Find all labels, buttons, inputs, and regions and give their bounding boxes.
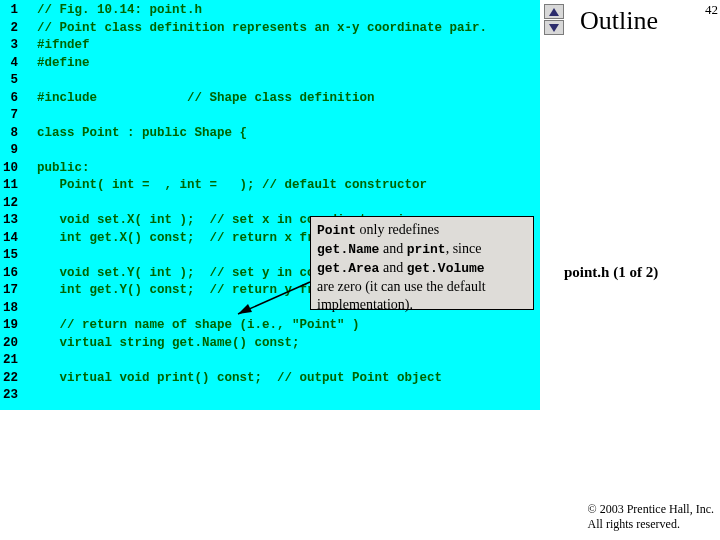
code-line: 11 Point( int = , int = ); // default co… — [0, 177, 540, 195]
code-text — [22, 107, 37, 125]
line-number: 1 — [0, 2, 22, 20]
code-text: #define — [22, 55, 90, 73]
callout-text: get.Volume — [407, 261, 485, 276]
code-text — [22, 300, 37, 318]
line-number: 8 — [0, 125, 22, 143]
line-number: 5 — [0, 72, 22, 90]
line-number: 23 — [0, 387, 22, 405]
code-text: #ifndef — [22, 37, 90, 55]
copyright-line: © 2003 Prentice Hall, Inc. — [588, 502, 714, 516]
code-line: 21 — [0, 352, 540, 370]
line-number: 2 — [0, 20, 22, 38]
line-number: 22 — [0, 370, 22, 388]
sidebar: Outline 42 point.h (1 of 2) © 2003 Prent… — [540, 0, 720, 540]
line-number: 18 — [0, 300, 22, 318]
svg-marker-3 — [549, 24, 559, 32]
code-text: Point( int = , int = ); // default const… — [22, 177, 427, 195]
code-text — [22, 142, 37, 160]
outline-title: Outline — [580, 6, 658, 36]
code-text: public: — [22, 160, 90, 178]
code-text: // Point class definition represents an … — [22, 20, 487, 38]
code-text — [22, 72, 37, 90]
line-number: 15 — [0, 247, 22, 265]
line-number: 12 — [0, 195, 22, 213]
code-panel: 1 // Fig. 10.14: point.h2 // Point class… — [0, 0, 540, 410]
code-line: 10 public: — [0, 160, 540, 178]
code-line: 19 // return name of shape (i.e., "Point… — [0, 317, 540, 335]
code-line: 22 virtual void print() const; // output… — [0, 370, 540, 388]
callout-text: Point — [317, 223, 356, 238]
callout-text: print — [407, 242, 446, 257]
code-line: 2 // Point class definition represents a… — [0, 20, 540, 38]
line-number: 3 — [0, 37, 22, 55]
line-number: 7 — [0, 107, 22, 125]
callout-text: and — [379, 260, 406, 275]
code-text: #include // Shape class definition — [22, 90, 375, 108]
copyright: © 2003 Prentice Hall, Inc. All rights re… — [588, 502, 714, 532]
line-number: 20 — [0, 335, 22, 353]
code-line: 3 #ifndef — [0, 37, 540, 55]
code-text: virtual void print() const; // output Po… — [22, 370, 442, 388]
line-number: 13 — [0, 212, 22, 230]
page-number: 42 — [705, 2, 718, 18]
line-number: 11 — [0, 177, 22, 195]
code-text: virtual string get.Name() const; — [22, 335, 300, 353]
code-text: // return name of shape (i.e., "Point" ) — [22, 317, 360, 335]
code-line: 8 class Point : public Shape { — [0, 125, 540, 143]
callout-text: get.Area — [317, 261, 379, 276]
file-label: point.h (1 of 2) — [564, 264, 658, 281]
chevron-down-icon — [549, 24, 559, 32]
code-line: 6 #include // Shape class definition — [0, 90, 540, 108]
code-text — [22, 387, 37, 405]
code-text — [22, 195, 37, 213]
line-number: 9 — [0, 142, 22, 160]
callout-box: Point only redefines get.Name and print,… — [310, 216, 534, 310]
code-line: 5 — [0, 72, 540, 90]
callout-text: only redefines — [356, 222, 439, 237]
code-text: class Point : public Shape { — [22, 125, 247, 143]
line-number: 17 — [0, 282, 22, 300]
callout-text: and — [379, 241, 406, 256]
line-number: 14 — [0, 230, 22, 248]
svg-marker-2 — [549, 8, 559, 16]
copyright-line: All rights reserved. — [588, 517, 680, 531]
callout-text: are zero (it can use the default — [317, 279, 486, 294]
callout-text: implementation). — [317, 297, 413, 312]
line-number: 19 — [0, 317, 22, 335]
code-line: 20 virtual string get.Name() const; — [0, 335, 540, 353]
code-line: 9 — [0, 142, 540, 160]
code-line: 23 — [0, 387, 540, 405]
line-number: 6 — [0, 90, 22, 108]
code-text — [22, 352, 37, 370]
line-number: 16 — [0, 265, 22, 283]
chevron-up-icon — [549, 8, 559, 16]
line-number: 4 — [0, 55, 22, 73]
line-number: 10 — [0, 160, 22, 178]
callout-text: , since — [446, 241, 482, 256]
code-text — [22, 247, 37, 265]
code-line: 4 #define — [0, 55, 540, 73]
next-arrow-button[interactable] — [544, 20, 564, 35]
code-line: 1 // Fig. 10.14: point.h — [0, 2, 540, 20]
code-line: 12 — [0, 195, 540, 213]
nav-arrows — [544, 4, 564, 35]
code-text: // Fig. 10.14: point.h — [22, 2, 202, 20]
line-number: 21 — [0, 352, 22, 370]
code-line: 7 — [0, 107, 540, 125]
prev-arrow-button[interactable] — [544, 4, 564, 19]
callout-text: get.Name — [317, 242, 379, 257]
